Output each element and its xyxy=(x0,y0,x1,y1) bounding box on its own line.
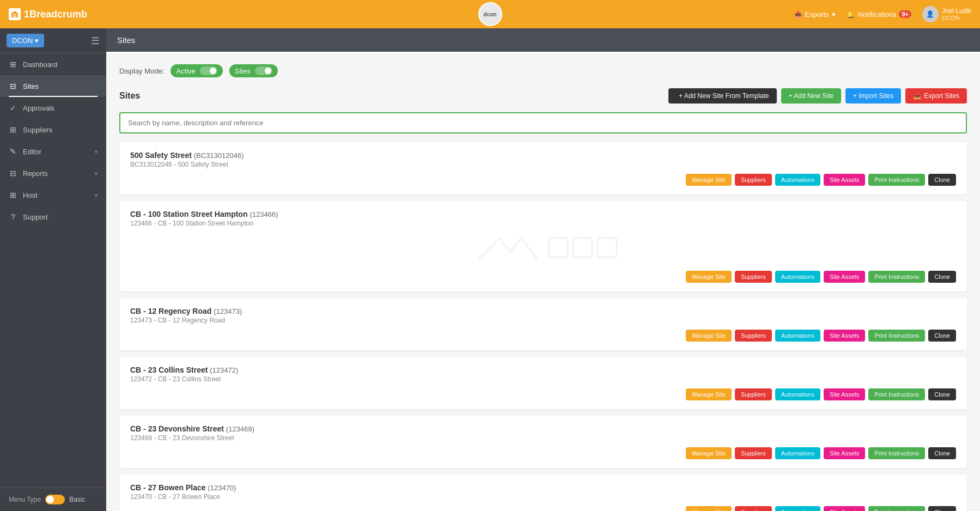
import-sites-button[interactable]: + Import Sites xyxy=(845,88,901,104)
logo[interactable]: 1Breadcrumb xyxy=(9,8,87,20)
avatar: 👤 xyxy=(922,6,939,22)
sidebar-item-dashboard[interactable]: ⊞ Dashboard xyxy=(0,53,106,75)
sites-header: Sites + Add New Site From Template + Add… xyxy=(119,88,967,104)
site-assets-button[interactable]: Site Assets xyxy=(824,271,865,283)
clone-button[interactable]: Clone xyxy=(928,271,956,283)
add-from-template-button[interactable]: + Add New Site From Template xyxy=(668,88,777,104)
manage-site-button[interactable]: Manage Site xyxy=(686,447,732,459)
suppliers-button[interactable]: Suppliers xyxy=(735,330,772,342)
site-name: CB - 100 Station Street Hampton (123466) xyxy=(130,210,956,218)
sidebar-item-label: Reports xyxy=(23,169,89,178)
sites-toggle[interactable]: Sites xyxy=(229,64,278,77)
svg-rect-2 xyxy=(598,238,617,257)
automations-button[interactable]: Automations xyxy=(775,388,820,400)
search-input[interactable] xyxy=(119,112,967,133)
suppliers-button[interactable]: Suppliers xyxy=(735,388,772,400)
site-card-top: CB - 12 Regency Road (123473) 123473 - C… xyxy=(130,307,956,324)
export-icon: 📤 xyxy=(913,92,921,100)
suppliers-button[interactable]: Suppliers xyxy=(735,447,772,459)
org-label: DCON xyxy=(12,36,33,45)
site-ref: 123466 - CB - 100 Station Street Hampton xyxy=(130,220,956,227)
page-title: Sites xyxy=(117,35,135,45)
active-toggle[interactable]: Active xyxy=(171,64,222,77)
add-new-site-button[interactable]: + Add New Site xyxy=(781,88,841,104)
automations-button[interactable]: Automations xyxy=(775,174,820,186)
site-card-top: CB - 100 Station Street Hampton (123466)… xyxy=(130,210,956,227)
site-assets-button[interactable]: Site Assets xyxy=(824,330,865,342)
manage-site-button[interactable]: Manage Site xyxy=(686,271,732,283)
clone-button[interactable]: Clone xyxy=(928,506,956,511)
clone-button[interactable]: Clone xyxy=(928,174,956,186)
content-area: Sites Display Mode: Active Sites Sites xyxy=(106,28,980,511)
site-name: CB - 27 Bowen Place (123470) xyxy=(130,483,956,492)
suppliers-button[interactable]: Suppliers xyxy=(735,506,772,511)
site-info: CB - 23 Devonshire Street (123469) 12346… xyxy=(130,424,956,442)
sidebar-item-reports[interactable]: ⊟ Reports ▾ xyxy=(0,162,106,184)
suppliers-button[interactable]: Suppliers xyxy=(735,271,772,283)
sites-icon: ⊟ xyxy=(9,82,17,90)
site-actions: Manage Site Suppliers Automations Site A… xyxy=(686,271,956,283)
logo-text: 1Breadcrumb xyxy=(24,9,87,20)
print-instructions-button[interactable]: Print Instructions xyxy=(868,388,925,400)
print-instructions-button[interactable]: Print Instructions xyxy=(868,506,925,511)
site-assets-button[interactable]: Site Assets xyxy=(824,174,865,186)
menu-type-toggle[interactable] xyxy=(45,495,65,504)
sidebar-item-host[interactable]: ⊞ Host ▾ xyxy=(0,184,106,206)
export-sites-button[interactable]: 📤 Export Sites xyxy=(905,88,967,104)
manage-site-button[interactable]: Manage Site xyxy=(686,388,732,400)
sidebar-item-label: Sites xyxy=(23,82,98,90)
notifications-button[interactable]: 🔔 Notifications 9+ xyxy=(847,10,911,19)
print-instructions-button[interactable]: Print Instructions xyxy=(868,330,925,342)
suppliers-button[interactable]: Suppliers xyxy=(735,174,772,186)
site-card-top: CB - 27 Bowen Place (123470) 123470 - CB… xyxy=(130,483,956,501)
automations-button[interactable]: Automations xyxy=(775,330,820,342)
site-card-top: CB - 23 Collins Street (123472) 123472 -… xyxy=(130,366,956,383)
dashboard-icon: ⊞ xyxy=(9,60,17,69)
sidebar-item-editor[interactable]: ✎ Editor ▾ xyxy=(0,141,106,162)
support-icon: ? xyxy=(9,212,17,221)
site-assets-button[interactable]: Site Assets xyxy=(824,447,865,459)
org-button[interactable]: DCON ▾ xyxy=(7,34,44,47)
exports-button[interactable]: 📤 Exports ▾ xyxy=(794,10,836,19)
clone-button[interactable]: Clone xyxy=(928,330,956,342)
automations-button[interactable]: Automations xyxy=(775,447,820,459)
sites-toggle-switch[interactable] xyxy=(255,66,272,75)
sidebar-item-support[interactable]: ? Support xyxy=(0,206,106,228)
sidebar-item-label: Approvals xyxy=(23,104,98,112)
automations-button[interactable]: Automations xyxy=(775,271,820,283)
site-card: CB - 23 Collins Street (123472) 123472 -… xyxy=(119,357,967,409)
print-instructions-button[interactable]: Print Instructions xyxy=(868,447,925,459)
sidebar-item-sites[interactable]: ⊟ Sites xyxy=(0,75,106,97)
site-actions: Manage Site Suppliers Automations Site A… xyxy=(686,330,956,342)
active-label: Active xyxy=(176,67,195,75)
print-instructions-button[interactable]: Print Instructions xyxy=(868,174,925,186)
site-card-top: CB - 23 Devonshire Street (123469) 12346… xyxy=(130,424,956,442)
automations-button[interactable]: Automations xyxy=(775,506,820,511)
center-avatar: dcon xyxy=(478,2,502,26)
manage-site-button[interactable]: Manage Site xyxy=(686,506,732,511)
site-info: 500 Safety Street (BC313012046) BC313012… xyxy=(130,151,956,168)
site-ref: BC313012046 - 500 Safety Street xyxy=(130,161,956,168)
site-info: CB - 27 Bowen Place (123470) 123470 - CB… xyxy=(130,483,956,501)
sidebar-item-approvals[interactable]: ✓ Approvals xyxy=(0,97,106,119)
site-ref: 123469 - CB - 23 Devonshire Street xyxy=(130,434,956,442)
sidebar-item-label: Editor xyxy=(23,148,89,156)
clone-button[interactable]: Clone xyxy=(928,447,956,459)
site-assets-button[interactable]: Site Assets xyxy=(824,388,865,400)
site-code: (123470) xyxy=(208,484,236,492)
hamburger-icon[interactable]: ☰ xyxy=(91,35,100,47)
user-menu[interactable]: 👤 Joel Ludik DCON xyxy=(922,6,971,22)
site-assets-button[interactable]: Site Assets xyxy=(824,506,865,511)
content-inner: Display Mode: Active Sites Sites + Add N… xyxy=(106,53,980,511)
site-card: CB - 23 Devonshire Street (123469) 12346… xyxy=(119,416,967,468)
org-chevron: ▾ xyxy=(35,36,39,45)
manage-site-button[interactable]: Manage Site xyxy=(686,174,732,186)
editor-icon: ✎ xyxy=(9,147,17,156)
site-card-top: 500 Safety Street (BC313012046) BC313012… xyxy=(130,151,956,168)
print-instructions-button[interactable]: Print Instructions xyxy=(868,271,925,283)
sidebar-item-suppliers[interactable]: ⊞ Suppliers xyxy=(0,119,106,141)
chevron-down-icon: ▾ xyxy=(95,192,98,198)
clone-button[interactable]: Clone xyxy=(928,388,956,400)
manage-site-button[interactable]: Manage Site xyxy=(686,330,732,342)
active-toggle-switch[interactable] xyxy=(200,66,217,75)
